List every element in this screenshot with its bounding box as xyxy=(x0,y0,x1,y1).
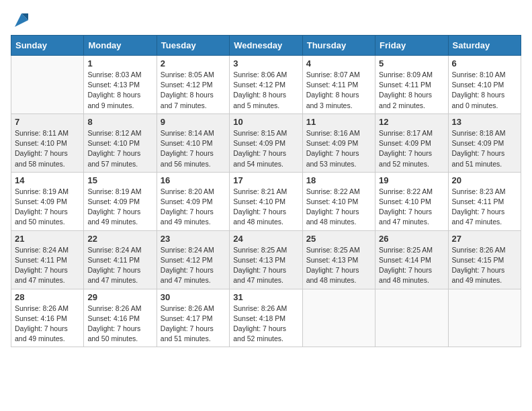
day-number: 26 xyxy=(379,234,444,244)
weekday-header-friday: Friday xyxy=(375,36,448,56)
day-number: 31 xyxy=(233,292,298,302)
day-info: Sunrise: 8:14 AMSunset: 4:10 PMDaylight:… xyxy=(161,128,226,169)
day-info: Sunrise: 8:06 AMSunset: 4:12 PMDaylight:… xyxy=(233,70,298,111)
day-info: Sunrise: 8:25 AMSunset: 4:13 PMDaylight:… xyxy=(233,245,298,286)
calendar-cell: 19Sunrise: 8:22 AMSunset: 4:10 PMDayligh… xyxy=(375,172,448,230)
calendar-cell: 3Sunrise: 8:06 AMSunset: 4:12 PMDaylight… xyxy=(230,56,302,114)
day-number: 3 xyxy=(233,58,298,68)
calendar-cell: 18Sunrise: 8:22 AMSunset: 4:10 PMDayligh… xyxy=(302,172,375,230)
weekday-header-saturday: Saturday xyxy=(448,36,521,56)
day-number: 8 xyxy=(87,117,152,127)
logo-icon xyxy=(12,11,31,30)
day-info: Sunrise: 8:15 AMSunset: 4:09 PMDaylight:… xyxy=(233,128,298,169)
calendar-cell xyxy=(11,56,84,114)
day-number: 16 xyxy=(161,175,226,185)
day-number: 13 xyxy=(452,117,517,127)
day-number: 28 xyxy=(15,292,80,302)
day-number: 27 xyxy=(452,234,517,244)
calendar-cell: 22Sunrise: 8:24 AMSunset: 4:11 PMDayligh… xyxy=(84,230,157,289)
day-number: 17 xyxy=(233,175,298,185)
day-number: 4 xyxy=(306,58,371,68)
day-info: Sunrise: 8:22 AMSunset: 4:10 PMDaylight:… xyxy=(379,187,444,228)
day-info: Sunrise: 8:03 AMSunset: 4:13 PMDaylight:… xyxy=(87,70,152,111)
day-number: 15 xyxy=(87,175,152,185)
weekday-header-wednesday: Wednesday xyxy=(230,36,302,56)
calendar-cell: 14Sunrise: 8:19 AMSunset: 4:09 PMDayligh… xyxy=(11,172,84,230)
weekday-header-row: SundayMondayTuesdayWednesdayThursdayFrid… xyxy=(11,36,521,56)
day-info: Sunrise: 8:24 AMSunset: 4:11 PMDaylight:… xyxy=(15,245,80,286)
day-info: Sunrise: 8:21 AMSunset: 4:10 PMDaylight:… xyxy=(233,187,298,228)
calendar-cell: 25Sunrise: 8:25 AMSunset: 4:13 PMDayligh… xyxy=(302,230,375,289)
day-number: 24 xyxy=(233,234,298,244)
calendar-cell: 2Sunrise: 8:05 AMSunset: 4:12 PMDaylight… xyxy=(157,56,229,114)
weekday-header-sunday: Sunday xyxy=(11,36,84,56)
calendar-cell: 21Sunrise: 8:24 AMSunset: 4:11 PMDayligh… xyxy=(11,230,84,289)
day-number: 19 xyxy=(379,175,444,185)
day-number: 6 xyxy=(452,58,517,68)
day-info: Sunrise: 8:20 AMSunset: 4:09 PMDaylight:… xyxy=(161,187,226,228)
day-info: Sunrise: 8:12 AMSunset: 4:10 PMDaylight:… xyxy=(87,128,152,169)
day-info: Sunrise: 8:26 AMSunset: 4:18 PMDaylight:… xyxy=(233,304,298,345)
day-info: Sunrise: 8:10 AMSunset: 4:10 PMDaylight:… xyxy=(452,70,517,111)
calendar-cell: 7Sunrise: 8:11 AMSunset: 4:10 PMDaylight… xyxy=(11,113,84,172)
calendar-week-4: 21Sunrise: 8:24 AMSunset: 4:11 PMDayligh… xyxy=(11,230,521,289)
calendar-cell: 8Sunrise: 8:12 AMSunset: 4:10 PMDaylight… xyxy=(84,113,157,172)
day-number: 12 xyxy=(379,117,444,127)
calendar-cell: 30Sunrise: 8:26 AMSunset: 4:17 PMDayligh… xyxy=(157,289,229,347)
calendar-cell: 1Sunrise: 8:03 AMSunset: 4:13 PMDaylight… xyxy=(84,56,157,114)
weekday-header-thursday: Thursday xyxy=(302,36,375,56)
day-info: Sunrise: 8:22 AMSunset: 4:10 PMDaylight:… xyxy=(306,187,371,228)
calendar-cell: 31Sunrise: 8:26 AMSunset: 4:18 PMDayligh… xyxy=(230,289,302,347)
weekday-header-monday: Monday xyxy=(84,36,157,56)
day-info: Sunrise: 8:26 AMSunset: 4:16 PMDaylight:… xyxy=(15,304,80,345)
day-number: 30 xyxy=(161,292,226,302)
day-number: 14 xyxy=(15,175,80,185)
day-info: Sunrise: 8:19 AMSunset: 4:09 PMDaylight:… xyxy=(87,187,152,228)
day-info: Sunrise: 8:26 AMSunset: 4:17 PMDaylight:… xyxy=(161,304,226,345)
calendar-cell xyxy=(375,289,448,347)
calendar-week-2: 7Sunrise: 8:11 AMSunset: 4:10 PMDaylight… xyxy=(11,113,521,172)
calendar-cell: 27Sunrise: 8:26 AMSunset: 4:15 PMDayligh… xyxy=(448,230,521,289)
calendar-cell: 26Sunrise: 8:25 AMSunset: 4:14 PMDayligh… xyxy=(375,230,448,289)
day-info: Sunrise: 8:11 AMSunset: 4:10 PMDaylight:… xyxy=(15,128,80,169)
page-header xyxy=(11,11,521,30)
calendar-week-3: 14Sunrise: 8:19 AMSunset: 4:09 PMDayligh… xyxy=(11,172,521,230)
day-number: 18 xyxy=(306,175,371,185)
day-number: 23 xyxy=(161,234,226,244)
calendar-cell: 11Sunrise: 8:16 AMSunset: 4:09 PMDayligh… xyxy=(302,113,375,172)
day-number: 10 xyxy=(233,117,298,127)
calendar-cell: 17Sunrise: 8:21 AMSunset: 4:10 PMDayligh… xyxy=(230,172,302,230)
calendar-cell: 29Sunrise: 8:26 AMSunset: 4:16 PMDayligh… xyxy=(84,289,157,347)
logo xyxy=(11,11,31,30)
day-info: Sunrise: 8:23 AMSunset: 4:11 PMDaylight:… xyxy=(452,187,517,228)
day-info: Sunrise: 8:26 AMSunset: 4:15 PMDaylight:… xyxy=(452,245,517,286)
day-info: Sunrise: 8:24 AMSunset: 4:12 PMDaylight:… xyxy=(161,245,226,286)
calendar-cell: 23Sunrise: 8:24 AMSunset: 4:12 PMDayligh… xyxy=(157,230,229,289)
day-number: 1 xyxy=(87,58,152,68)
day-info: Sunrise: 8:05 AMSunset: 4:12 PMDaylight:… xyxy=(161,70,226,111)
day-info: Sunrise: 8:26 AMSunset: 4:16 PMDaylight:… xyxy=(87,304,152,345)
day-info: Sunrise: 8:16 AMSunset: 4:09 PMDaylight:… xyxy=(306,128,371,169)
calendar-cell: 12Sunrise: 8:17 AMSunset: 4:09 PMDayligh… xyxy=(375,113,448,172)
calendar-cell xyxy=(302,289,375,347)
day-number: 29 xyxy=(87,292,152,302)
calendar-cell xyxy=(448,289,521,347)
day-info: Sunrise: 8:18 AMSunset: 4:09 PMDaylight:… xyxy=(452,128,517,169)
day-number: 25 xyxy=(306,234,371,244)
calendar-table: SundayMondayTuesdayWednesdayThursdayFrid… xyxy=(11,35,521,347)
day-info: Sunrise: 8:17 AMSunset: 4:09 PMDaylight:… xyxy=(379,128,444,169)
day-number: 11 xyxy=(306,117,371,127)
day-info: Sunrise: 8:19 AMSunset: 4:09 PMDaylight:… xyxy=(15,187,80,228)
day-number: 9 xyxy=(161,117,226,127)
day-info: Sunrise: 8:09 AMSunset: 4:11 PMDaylight:… xyxy=(379,70,444,111)
weekday-header-tuesday: Tuesday xyxy=(157,36,229,56)
calendar-cell: 6Sunrise: 8:10 AMSunset: 4:10 PMDaylight… xyxy=(448,56,521,114)
calendar-cell: 16Sunrise: 8:20 AMSunset: 4:09 PMDayligh… xyxy=(157,172,229,230)
day-number: 2 xyxy=(161,58,226,68)
day-number: 5 xyxy=(379,58,444,68)
calendar-cell: 28Sunrise: 8:26 AMSunset: 4:16 PMDayligh… xyxy=(11,289,84,347)
calendar-cell: 10Sunrise: 8:15 AMSunset: 4:09 PMDayligh… xyxy=(230,113,302,172)
calendar-cell: 20Sunrise: 8:23 AMSunset: 4:11 PMDayligh… xyxy=(448,172,521,230)
day-number: 20 xyxy=(452,175,517,185)
calendar-cell: 24Sunrise: 8:25 AMSunset: 4:13 PMDayligh… xyxy=(230,230,302,289)
